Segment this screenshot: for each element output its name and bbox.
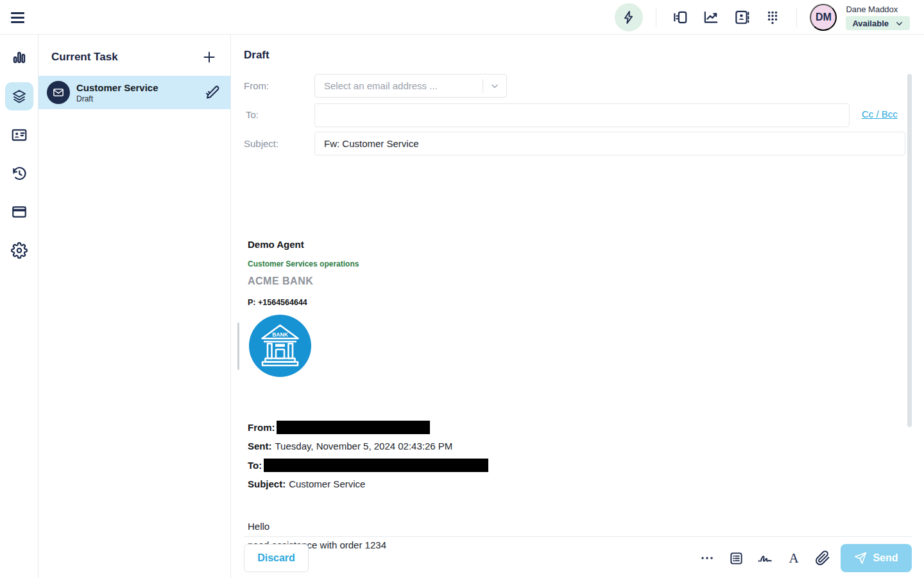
paperclip-icon[interactable] bbox=[814, 549, 832, 567]
message-body[interactable]: Demo Agent Customer Services operations … bbox=[232, 163, 909, 536]
add-task-button[interactable] bbox=[201, 49, 218, 66]
forwarded-subject-label: Subject: bbox=[248, 478, 286, 489]
status-dropdown[interactable]: Available bbox=[846, 16, 910, 30]
forwarded-from-label: From: bbox=[248, 422, 275, 433]
page-title: Draft bbox=[244, 49, 270, 62]
signature-name: Demo Agent bbox=[248, 239, 304, 250]
forwarded-sent-value: Tuesday, November 5, 2024 02:43:26 PM bbox=[275, 441, 453, 451]
font-icon[interactable]: A bbox=[785, 549, 803, 567]
sidebar-item-settings[interactable] bbox=[5, 236, 33, 265]
send-button[interactable]: Send bbox=[841, 544, 912, 572]
divider bbox=[656, 8, 656, 27]
task-row[interactable]: Customer Service Draft bbox=[38, 76, 230, 109]
forwarded-sent-label: Sent: bbox=[248, 441, 272, 451]
list-template-icon[interactable] bbox=[727, 549, 745, 567]
to-input[interactable] bbox=[314, 103, 850, 127]
task-panel: Current Task Customer Service Draft bbox=[38, 35, 231, 578]
to-label: To: bbox=[246, 109, 259, 120]
cc-bcc-link[interactable]: Cc / Bcc bbox=[862, 109, 898, 119]
forwarded-to-row: To: bbox=[248, 458, 889, 472]
paper-plane-icon bbox=[854, 552, 867, 565]
topbar: DM Dane Maddox Available bbox=[0, 0, 924, 35]
redacted-to-address bbox=[264, 459, 488, 472]
bank-logo: BANK bbox=[249, 315, 311, 377]
menu-icon[interactable] bbox=[11, 9, 28, 26]
gear-icon bbox=[11, 242, 28, 259]
avatar[interactable]: DM bbox=[810, 4, 837, 31]
from-select[interactable]: Select an email address ... bbox=[314, 74, 507, 98]
contact-card-icon bbox=[11, 127, 28, 143]
signature-icon[interactable] bbox=[756, 549, 774, 567]
window-icon bbox=[11, 204, 28, 220]
user-name: Dane Maddox bbox=[846, 4, 910, 14]
svg-text:A: A bbox=[789, 550, 799, 566]
lightning-button[interactable] bbox=[615, 3, 643, 31]
bar-chart-icon bbox=[12, 50, 27, 66]
sidebar-item-history[interactable] bbox=[5, 159, 33, 188]
envelope-icon bbox=[47, 81, 70, 104]
divider bbox=[796, 8, 797, 27]
address-book-icon[interactable] bbox=[731, 6, 753, 28]
edit-pen-icon[interactable] bbox=[203, 83, 221, 101]
history-icon bbox=[11, 165, 28, 182]
subject-label: Subject: bbox=[244, 138, 278, 149]
task-title: Customer Service bbox=[76, 82, 197, 93]
lightning-icon bbox=[622, 10, 636, 24]
from-label: From: bbox=[244, 80, 269, 91]
redacted-from-address bbox=[277, 421, 430, 434]
quote-bar bbox=[237, 322, 239, 370]
send-label: Send bbox=[873, 552, 898, 564]
panels-icon[interactable] bbox=[669, 6, 691, 28]
sidebar-item-contacts[interactable] bbox=[5, 121, 33, 149]
signature-phone: P: +1564564644 bbox=[248, 298, 307, 307]
chevron-down-icon bbox=[483, 82, 506, 91]
sidebar-item-browser[interactable] bbox=[5, 198, 33, 226]
line-chart-icon[interactable] bbox=[700, 6, 722, 28]
forwarded-subject-value: Customer Service bbox=[289, 478, 365, 489]
status-label: Available bbox=[852, 19, 889, 28]
plus-icon bbox=[201, 49, 217, 65]
signature-company: ACME BANK bbox=[248, 276, 313, 287]
discard-button[interactable]: Discard bbox=[244, 544, 309, 572]
sidebar-item-analytics[interactable] bbox=[5, 44, 33, 72]
forwarded-subject-row: Subject: Customer Service bbox=[248, 477, 889, 491]
forwarded-to-label: To: bbox=[248, 460, 262, 471]
more-icon[interactable] bbox=[698, 549, 716, 567]
forwarded-from-row: From: bbox=[248, 420, 889, 434]
sidebar-item-tasks[interactable] bbox=[5, 82, 33, 110]
forwarded-sent-row: Sent: Tuesday, November 5, 2024 02:43:26… bbox=[248, 439, 889, 453]
subject-input[interactable] bbox=[314, 132, 905, 155]
bank-logo-text: BANK bbox=[272, 331, 288, 338]
signature-role: Customer Services operations bbox=[248, 259, 359, 268]
chevron-down-icon bbox=[895, 19, 903, 28]
dialpad-icon[interactable] bbox=[762, 6, 783, 28]
forwarded-headers: From: Sent: Tuesday, November 5, 2024 02… bbox=[248, 420, 889, 496]
left-rail bbox=[0, 35, 38, 578]
layers-icon bbox=[12, 89, 27, 104]
from-select-placeholder: Select an email address ... bbox=[315, 80, 483, 91]
app-window: DM Dane Maddox Available bbox=[0, 0, 924, 578]
scrollbar[interactable] bbox=[907, 74, 912, 427]
task-subtitle: Draft bbox=[76, 94, 197, 103]
draft-pane: Draft From: Select an email address ... … bbox=[232, 35, 924, 578]
message-line: Hello bbox=[248, 521, 270, 532]
compose-footer: Discard A bbox=[244, 536, 912, 578]
task-panel-title: Current Task bbox=[51, 51, 118, 64]
